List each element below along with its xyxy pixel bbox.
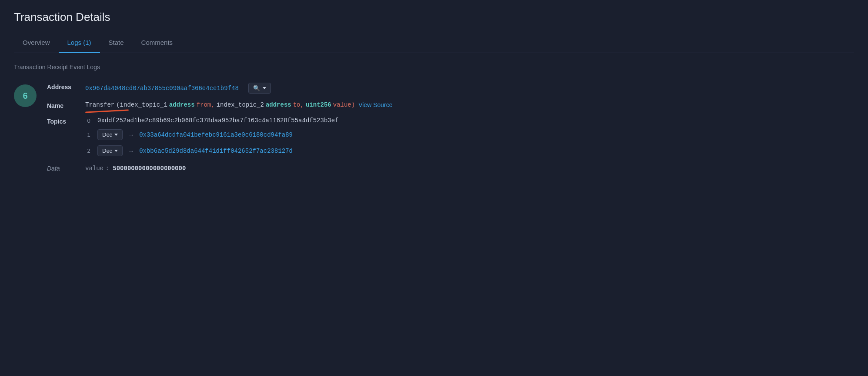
dec-button-1[interactable]: Dec	[97, 129, 123, 140]
topic-index-2: 2	[85, 148, 92, 154]
keyword-address-1: address	[169, 101, 195, 108]
data-value-container: value : 50000000000000000000	[85, 164, 186, 172]
tab-comments[interactable]: Comments	[133, 33, 182, 53]
topic-index-0: 0	[85, 118, 92, 124]
dec-label-2: Dec	[102, 148, 112, 154]
log-details: Address 0x967da4048cd07ab37855c090aaf366…	[47, 83, 854, 172]
address-link[interactable]: 0x967da4048cd07ab37855c090aaf366e4ce1b9f…	[85, 85, 239, 92]
topics-row: Topics 0 0xddf252ad1be2c89b69c2b068fc378…	[47, 117, 854, 156]
dec-button-2[interactable]: Dec	[97, 145, 123, 156]
data-key: value	[85, 165, 103, 172]
section-label: Transaction Receipt Event Logs	[14, 64, 854, 70]
keyword-address-2: address	[266, 101, 291, 108]
param-from: from,	[197, 101, 215, 108]
log-number: 6	[14, 84, 37, 107]
params-open: (index_topic_1	[116, 101, 167, 108]
data-row: Data value : 50000000000000000000	[47, 164, 854, 172]
topics-label: Topics	[47, 117, 78, 125]
search-icon: 🔍	[253, 85, 260, 91]
topic-address-1[interactable]: 0x33a64dcdfa041befebc9161a3e0c6180cd94fa…	[139, 131, 293, 138]
address-search-button[interactable]: 🔍	[248, 83, 271, 94]
keyword-uint: uint256	[306, 101, 331, 108]
topic-row-2: 2 Dec → 0xbb6ac5d29d8da644f41d1ff042652f…	[85, 145, 339, 156]
topic-hash-0: 0xddf252ad1be2c89b69c2b068fc378daa952ba7…	[97, 117, 339, 124]
topic-index-1: 1	[85, 131, 92, 138]
name-value: Transfer (index_topic_1 address from, in…	[85, 101, 393, 108]
arrow-icon-2: →	[128, 148, 134, 154]
content-area: Transaction Receipt Event Logs 6 Address…	[14, 53, 854, 182]
dec-label-1: Dec	[102, 131, 112, 138]
param-value: value)	[333, 101, 355, 108]
name-row: Name Transfer (index_topic_1 address fro…	[47, 101, 854, 109]
page-title: Transaction Details	[14, 10, 854, 24]
chevron-down-icon	[263, 87, 266, 89]
log-entry: 6 Address 0x967da4048cd07ab37855c090aaf3…	[14, 83, 854, 172]
underline-annotation	[85, 109, 129, 113]
tab-overview[interactable]: Overview	[14, 33, 59, 53]
data-amount: 50000000000000000000	[113, 165, 186, 172]
address-row: Address 0x967da4048cd07ab37855c090aaf366…	[47, 83, 854, 94]
arrow-icon-1: →	[128, 131, 134, 138]
param-index2: index_topic_2	[217, 101, 264, 108]
tab-state[interactable]: State	[100, 33, 133, 53]
topic-row-0: 0 0xddf252ad1be2c89b69c2b068fc378daa952b…	[85, 117, 339, 124]
topic-row-1: 1 Dec → 0x33a64dcdfa041befebc9161a3e0c61…	[85, 129, 339, 140]
name-label: Name	[47, 101, 78, 109]
param-to: to,	[293, 101, 304, 108]
data-label: Data	[47, 164, 78, 172]
tabs-bar: Overview Logs (1) State Comments	[14, 33, 854, 53]
chevron-icon-2	[114, 150, 118, 152]
function-name: Transfer	[85, 101, 114, 108]
topics-container: 0 0xddf252ad1be2c89b69c2b068fc378daa952b…	[85, 117, 339, 156]
tab-logs[interactable]: Logs (1)	[59, 33, 100, 53]
chevron-icon-1	[114, 134, 118, 136]
topic-address-2[interactable]: 0xbb6ac5d29d8da644f41d1ff042652f7ac23812…	[139, 148, 293, 154]
address-label: Address	[47, 83, 78, 91]
data-colon: :	[105, 165, 113, 172]
view-source-link[interactable]: View Source	[358, 101, 392, 108]
